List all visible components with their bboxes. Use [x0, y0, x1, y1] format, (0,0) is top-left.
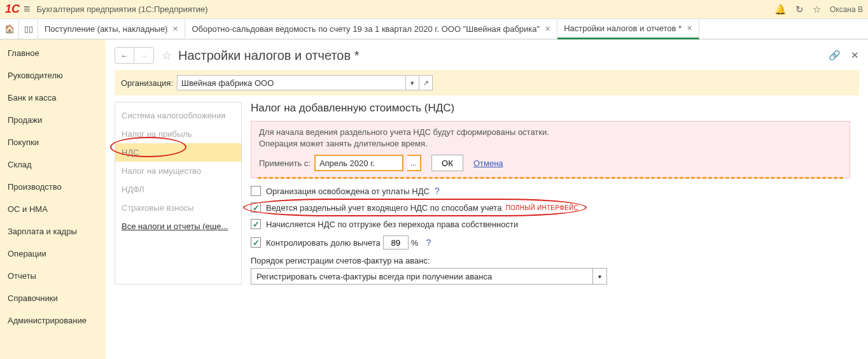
full-interface-badge: ПОЛНЫЙ ИНТЕРФЕЙС — [505, 204, 578, 211]
page-title: Настройки налогов и отчетов * — [178, 48, 359, 63]
checkbox-separate-vat[interactable] — [251, 202, 261, 213]
history-icon[interactable]: ↻ — [795, 4, 804, 15]
nav-bank[interactable]: Банк и касса — [0, 87, 106, 109]
nav-production[interactable]: Производство — [0, 176, 106, 198]
tab-label: Настройки налогов и отчетов * — [564, 24, 682, 33]
category-list: Система налогообложения Налог на прибыль… — [115, 102, 242, 285]
back-button[interactable]: ← — [115, 48, 134, 63]
nav-sales[interactable]: Продажи — [0, 109, 106, 131]
app-logo: 1C — [5, 3, 20, 16]
close-icon[interactable]: ✕ — [687, 24, 692, 32]
forward-button[interactable]: → — [134, 48, 153, 63]
nav-assets[interactable]: ОС и НМА — [0, 198, 106, 220]
dropdown-button[interactable]: ▾ — [593, 268, 607, 285]
menu-icon[interactable]: ≡ — [24, 3, 31, 16]
notice-box: Для начала ведения раздельного учета НДС… — [251, 121, 850, 178]
percent-sign: % — [411, 238, 419, 248]
invoice-order-label: Порядок регистрации счетов-фактур на ава… — [251, 256, 850, 265]
tab-receipts[interactable]: Поступление (акты, накладные) ✕ — [38, 19, 185, 39]
org-label: Организация: — [121, 78, 173, 88]
apply-date-input[interactable]: Апрель 2020 г. — [314, 155, 403, 171]
tab-label: Поступление (акты, накладные) — [45, 24, 167, 34]
cat-ndfl[interactable]: НДФЛ — [115, 180, 241, 199]
favorite-icon[interactable]: ☆ — [162, 48, 172, 62]
star-icon[interactable]: ☆ — [813, 4, 821, 15]
apply-from-label: Применить с: — [259, 158, 311, 168]
cat-tax-system[interactable]: Система налогообложения — [115, 106, 241, 125]
close-page-icon[interactable]: ✕ — [851, 50, 859, 61]
invoice-order-value: Регистрировать счета-фактуры всегда при … — [256, 272, 492, 281]
notice-line1: Для начала ведения раздельного учета НДС… — [259, 127, 549, 137]
org-dropdown-button[interactable]: ▾ — [405, 75, 419, 90]
cat-insurance[interactable]: Страховые взносы — [115, 199, 241, 217]
cat-vat[interactable]: НДС — [115, 143, 241, 162]
ok-button[interactable]: ОК — [431, 155, 463, 171]
nav-admin[interactable]: Администрирование — [0, 309, 106, 332]
username-label: Оксана В — [830, 5, 863, 14]
main-nav: Главное Руководителю Банк и касса Продаж… — [0, 39, 106, 359]
nav-payroll[interactable]: Зарплата и кадры — [0, 220, 106, 243]
link-icon[interactable]: 🔗 — [829, 50, 841, 61]
nav-warehouse[interactable]: Склад — [0, 153, 106, 176]
org-value: Швейная фабрика ООО — [181, 78, 274, 88]
nav-purchases[interactable]: Покупки — [0, 131, 106, 153]
panels-button[interactable]: ▯▯ — [19, 19, 38, 39]
label-exempt: Организация освобождена от уплаты НДС — [266, 187, 430, 196]
notice-line2: Операция может занять длительное время. — [259, 139, 428, 148]
close-icon[interactable]: ✕ — [172, 25, 178, 33]
label-shipping-vat: Начисляется НДС по отгрузке без перехода… — [266, 220, 518, 229]
close-icon[interactable]: ✕ — [545, 25, 550, 33]
help-icon[interactable]: ? — [426, 237, 431, 248]
deduction-percent-input[interactable] — [383, 236, 409, 250]
bell-icon[interactable]: 🔔 — [774, 4, 787, 15]
nav-manager[interactable]: Руководителю — [0, 64, 106, 87]
panel-title: Налог на добавленную стоимость (НДС) — [251, 102, 850, 115]
nav-reports[interactable]: Отчеты — [0, 265, 106, 287]
nav-dictionaries[interactable]: Справочники — [0, 287, 106, 309]
tab-label: Оборотно-сальдовая ведомость по счету 19… — [192, 24, 540, 34]
checkbox-deduction-control[interactable] — [251, 237, 261, 248]
invoice-order-select[interactable]: Регистрировать счета-фактуры всегда при … — [251, 268, 593, 285]
tab-tax-settings[interactable]: Настройки налогов и отчетов * ✕ — [557, 19, 699, 39]
org-open-button[interactable]: ↗ — [419, 75, 433, 90]
app-title: Бухгалтерия предприятия (1С:Предприятие) — [37, 4, 208, 14]
label-deduction-control: Контролировать долю вычета — [266, 238, 381, 248]
highlight-underline — [258, 177, 843, 179]
org-select[interactable]: Швейная фабрика ООО — [177, 75, 406, 90]
cat-property-tax[interactable]: Налог на имущество — [115, 162, 241, 180]
checkbox-shipping-vat[interactable] — [251, 219, 261, 229]
nav-operations[interactable]: Операции — [0, 243, 106, 265]
label-separate-vat: Ведется раздельный учет входящего НДС по… — [266, 203, 501, 213]
cat-all-taxes-link[interactable]: Все налоги и отчеты (еще... — [115, 217, 241, 236]
help-icon[interactable]: ? — [435, 186, 440, 196]
home-button[interactable]: 🏠 — [0, 19, 19, 39]
apply-date-value: Апрель 2020 г. — [319, 158, 375, 168]
nav-main[interactable]: Главное — [0, 42, 106, 64]
tab-balance-sheet[interactable]: Оборотно-сальдовая ведомость по счету 19… — [185, 19, 557, 39]
checkbox-exempt[interactable] — [251, 186, 261, 196]
cancel-link[interactable]: Отмена — [473, 158, 503, 168]
date-picker-button[interactable]: ... — [407, 155, 421, 171]
cat-profit-tax[interactable]: Налог на прибыль — [115, 125, 241, 143]
